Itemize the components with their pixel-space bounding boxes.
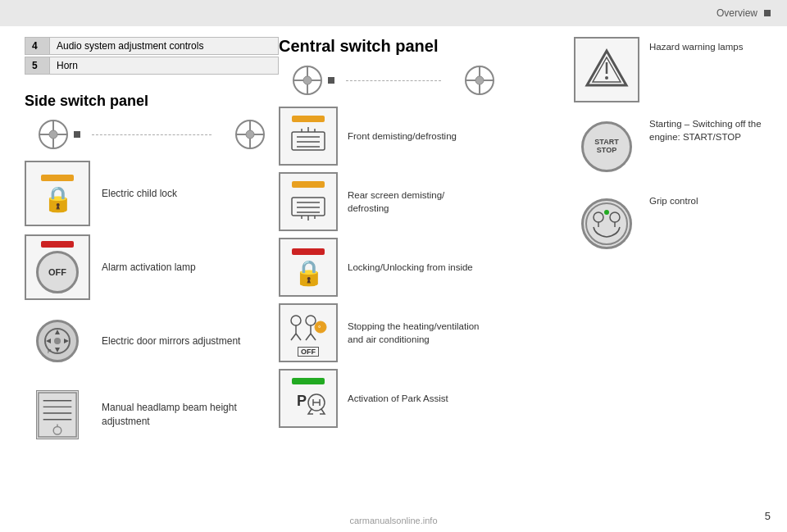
side-item-beam: Manual headlamp beam height adjustment bbox=[25, 382, 279, 448]
right-panel: Hazard warning lamps START STOP Starting… bbox=[574, 37, 771, 268]
grip-icon-box bbox=[574, 191, 639, 257]
svg-point-58 bbox=[306, 316, 316, 325]
svg-point-35 bbox=[475, 76, 484, 84]
svg-rect-20 bbox=[39, 393, 76, 437]
beam-svg bbox=[37, 390, 78, 439]
item-num-4: 4 bbox=[25, 38, 50, 55]
park-label: Activation of Park Assist bbox=[348, 392, 448, 405]
svg-point-73 bbox=[586, 203, 627, 244]
rear-demist-orange bbox=[292, 181, 325, 188]
heating-svg: ° bbox=[288, 309, 329, 345]
heating-icon-content: ° OFF bbox=[288, 309, 329, 357]
right-item-grip: Grip control bbox=[574, 191, 771, 257]
mirror-icon-box: P bbox=[25, 308, 90, 374]
svg-line-60 bbox=[306, 334, 311, 340]
alarm-icon-content: OFF bbox=[36, 241, 79, 293]
svg-point-78 bbox=[604, 210, 609, 215]
lock-symbol: 🔒 bbox=[293, 258, 324, 287]
mirror-knob-icon: P bbox=[36, 320, 79, 362]
beam-svg-box bbox=[36, 390, 79, 439]
watermark: carmanualsonline.info bbox=[349, 516, 437, 525]
svg-marker-17 bbox=[46, 339, 51, 343]
child-lock-icon-content: 🔒 bbox=[41, 175, 74, 213]
rear-demist-svg bbox=[290, 191, 326, 222]
red-indicator bbox=[41, 241, 74, 248]
hazard-icon-box bbox=[574, 37, 639, 102]
park-icon-box: P bbox=[279, 369, 338, 428]
central-item-rear-demist: Rear screen demisting/defrosting bbox=[279, 172, 508, 231]
heating-icon-box: ° OFF bbox=[279, 303, 338, 362]
central-panel-title: Central switch panel bbox=[279, 37, 508, 56]
svg-marker-18 bbox=[64, 339, 69, 343]
side-item-alarm: OFF Alarm activation lamp bbox=[25, 234, 279, 300]
item-table-4: 4 Audio system adjustment controls bbox=[25, 37, 279, 55]
hazard-svg bbox=[581, 44, 632, 95]
start-stop-label: Starting – Switching off the engine: STA… bbox=[649, 114, 771, 143]
side-steering-right-icon bbox=[221, 118, 279, 151]
lock-icon-content: 🔒 bbox=[292, 248, 325, 287]
side-item-child-lock: 🔒 Electric child lock bbox=[25, 161, 279, 226]
svg-line-56 bbox=[291, 334, 296, 340]
item-label-5: Horn bbox=[50, 57, 279, 75]
svg-rect-6 bbox=[74, 131, 80, 138]
svg-point-1 bbox=[49, 130, 57, 139]
svg-text:P: P bbox=[297, 393, 307, 409]
side-steering-left-icon bbox=[25, 118, 82, 151]
alarm-label: Alarm activation lamp bbox=[102, 261, 196, 275]
overview-label: Overview bbox=[716, 7, 757, 19]
header-bar: Overview bbox=[0, 0, 787, 26]
hazard-label: Hazard warning lamps bbox=[649, 37, 743, 53]
svg-point-72 bbox=[605, 76, 608, 80]
beam-label: Manual headlamp beam height adjustment bbox=[102, 401, 279, 429]
svg-line-61 bbox=[311, 334, 316, 340]
park-svg: P bbox=[290, 388, 326, 419]
item-table-5: 5 Horn bbox=[25, 57, 279, 75]
lock-icon-box: 🔒 bbox=[279, 238, 338, 297]
lock-red bbox=[292, 248, 325, 255]
svg-text:P: P bbox=[48, 348, 52, 354]
side-steering-row bbox=[25, 118, 279, 151]
central-item-heating: ° OFF Stopping the heating/ventilationan… bbox=[279, 303, 508, 362]
side-item-mirror: P Electric door mirrors adjustment bbox=[25, 308, 279, 374]
left-panel: 4 Audio system adjustment controls 5 Hor… bbox=[25, 37, 279, 456]
orange-indicator bbox=[41, 175, 74, 181]
central-panel: Central switch panel bbox=[279, 37, 508, 434]
heating-label: Stopping the heating/ventilationand air … bbox=[348, 320, 479, 346]
grip-label: Grip control bbox=[649, 191, 698, 207]
rear-demist-icon-box bbox=[279, 172, 338, 231]
central-steering-row bbox=[279, 64, 508, 97]
svg-point-14 bbox=[54, 338, 61, 344]
item-label-4: Audio system adjustment controls bbox=[50, 38, 279, 55]
svg-marker-16 bbox=[55, 348, 60, 352]
mirror-label: Electric door mirrors adjustment bbox=[102, 334, 240, 348]
child-lock-icon-box: 🔒 bbox=[25, 161, 90, 226]
front-demist-label: Front demisting/defrosting bbox=[348, 130, 457, 143]
front-demist-orange bbox=[292, 116, 325, 122]
central-item-front-demist: Front demisting/defrosting bbox=[279, 107, 508, 166]
alarm-icon-box: OFF bbox=[25, 234, 90, 300]
start-stop-circle-icon: START STOP bbox=[581, 121, 632, 172]
front-demist-svg bbox=[290, 125, 326, 157]
off-label: OFF bbox=[48, 267, 66, 277]
right-item-hazard: Hazard warning lamps bbox=[574, 37, 771, 102]
stop-text: STOP bbox=[597, 147, 616, 155]
central-item-park: P Activation of Park Assist bbox=[279, 369, 508, 428]
start-stop-icon-box: START STOP bbox=[574, 114, 639, 180]
svg-point-54 bbox=[291, 316, 301, 325]
right-item-start-stop: START STOP Starting – Switching off the … bbox=[574, 114, 771, 180]
heating-off-text: OFF bbox=[298, 347, 319, 357]
svg-rect-33 bbox=[328, 77, 334, 84]
svg-line-57 bbox=[296, 334, 301, 340]
park-green bbox=[292, 378, 325, 384]
child-lock-label: Electric child lock bbox=[102, 187, 177, 201]
central-item-lock: 🔒 Locking/Unlocking from inside bbox=[279, 238, 508, 297]
front-demist-icon-box bbox=[279, 107, 338, 166]
grip-circle-icon bbox=[581, 198, 632, 249]
grip-svg bbox=[584, 201, 630, 247]
rear-demist-icon-content bbox=[290, 181, 326, 222]
steer-divider bbox=[92, 134, 212, 135]
page-number: 5 bbox=[765, 510, 771, 522]
lock-label: Locking/Unlocking from inside bbox=[348, 261, 473, 274]
rear-demist-label: Rear screen demisting/defrosting bbox=[348, 189, 444, 215]
central-steer-divider bbox=[346, 80, 441, 81]
